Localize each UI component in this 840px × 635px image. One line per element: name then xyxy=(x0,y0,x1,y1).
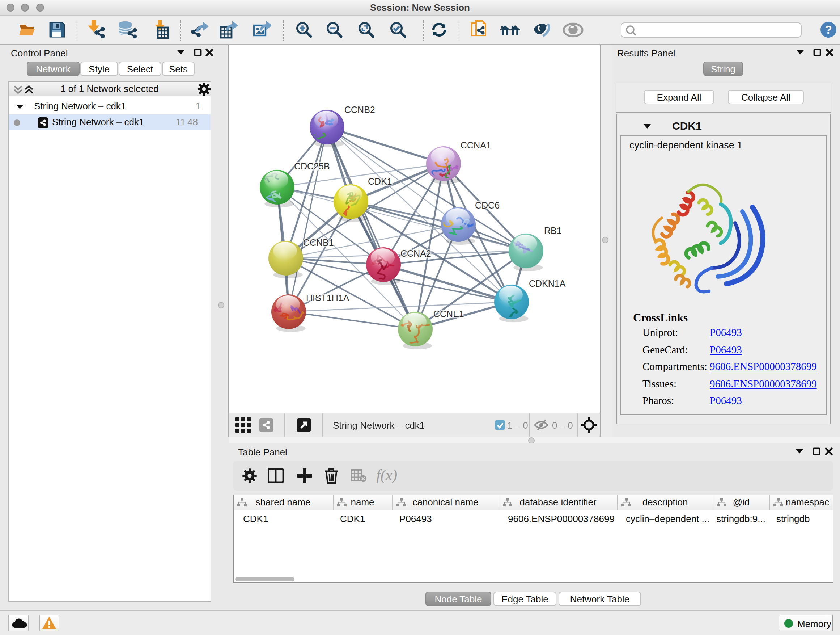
svg-text:CCNE1: CCNE1 xyxy=(433,309,464,319)
svg-text:CDK1: CDK1 xyxy=(368,176,392,187)
svg-text:RB1: RB1 xyxy=(544,226,562,236)
svg-text:CDKN1A: CDKN1A xyxy=(529,279,566,288)
svg-text:CCNA2: CCNA2 xyxy=(401,249,431,258)
svg-text:CCNB1: CCNB1 xyxy=(303,238,334,248)
svg-text:?: ? xyxy=(825,23,832,36)
svg-text:CCNA1: CCNA1 xyxy=(461,140,491,150)
svg-text:CDC6: CDC6 xyxy=(475,200,500,211)
svg-text:CCNB2: CCNB2 xyxy=(344,105,375,115)
svg-text:CDC25B: CDC25B xyxy=(294,161,330,171)
svg-text:HIST1H1A: HIST1H1A xyxy=(306,293,349,303)
